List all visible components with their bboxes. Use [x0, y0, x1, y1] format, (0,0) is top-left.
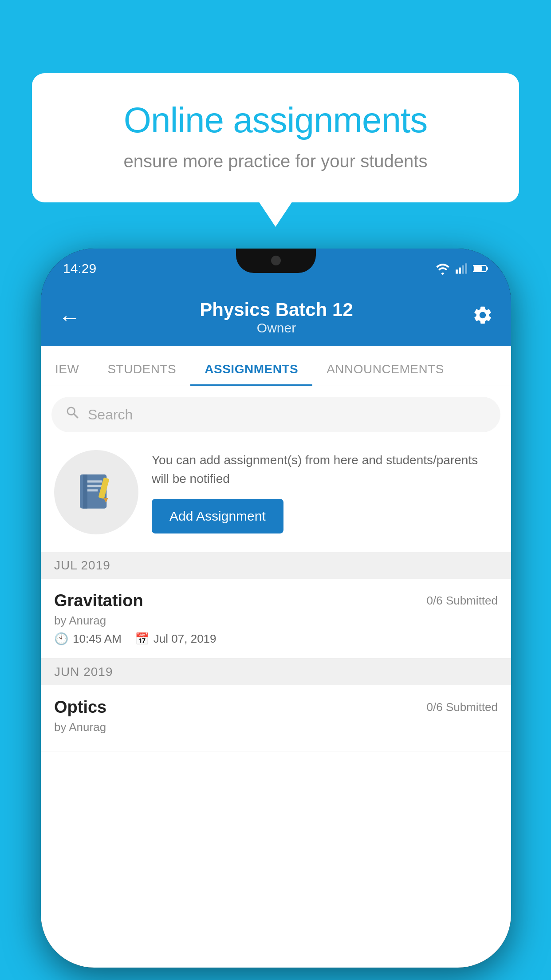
svg-rect-10 [87, 485, 102, 487]
assignment-gravitation[interactable]: Gravitation 0/6 Submitted by Anurag 🕙 10… [41, 579, 511, 659]
status-icons [436, 262, 489, 275]
clock-icon: 🕙 [54, 632, 68, 646]
promo-icon-circle [54, 450, 138, 534]
speech-bubble: Online assignments ensure more practice … [32, 73, 519, 202]
optics-title: Optics [54, 698, 106, 717]
svg-rect-3 [465, 263, 467, 273]
month-jun-2019: JUN 2019 [41, 659, 511, 685]
svg-rect-0 [456, 269, 458, 273]
svg-rect-6 [486, 267, 488, 270]
svg-rect-5 [474, 266, 482, 271]
battery-icon [473, 262, 489, 275]
search-bar[interactable]: Search [51, 397, 500, 432]
gravitation-meta: 🕙 10:45 AM 📅 Jul 07, 2019 [54, 632, 498, 646]
wifi-icon [436, 262, 450, 275]
search-svg [65, 405, 81, 421]
notch [236, 249, 316, 273]
search-icon [65, 405, 81, 424]
assignment-gravitation-header: Gravitation 0/6 Submitted [54, 591, 498, 610]
svg-rect-8 [83, 474, 87, 509]
speech-bubble-heading: Online assignments [63, 100, 488, 141]
assignment-optics-header: Optics 0/6 Submitted [54, 698, 498, 717]
svg-rect-1 [459, 268, 461, 274]
gravitation-date: 📅 Jul 07, 2019 [135, 632, 216, 646]
calendar-icon: 📅 [135, 632, 149, 646]
tab-announcements[interactable]: ANNOUNCEMENTS [312, 346, 458, 386]
gravitation-title: Gravitation [54, 591, 143, 610]
optics-submitted: 0/6 Submitted [427, 700, 498, 714]
gravitation-submitted: 0/6 Submitted [427, 594, 498, 608]
promo-description: You can add assignment(s) from here and … [152, 451, 498, 488]
batch-subtitle: Owner [81, 320, 472, 336]
header-title-area: Physics Batch 12 Owner [81, 299, 472, 336]
status-bar: 14:29 [41, 249, 511, 288]
camera-dot [271, 256, 281, 265]
status-time: 14:29 [63, 261, 96, 276]
assignment-optics[interactable]: Optics 0/6 Submitted by Anurag [41, 685, 511, 751]
optics-by: by Anurag [54, 720, 498, 734]
phone-frame: 14:29 ← Physi [41, 249, 511, 968]
tab-iew[interactable]: IEW [41, 346, 93, 386]
svg-rect-2 [462, 265, 464, 274]
gear-icon [472, 304, 493, 326]
settings-button[interactable] [472, 304, 493, 330]
promo-card: You can add assignment(s) from here and … [41, 432, 511, 552]
search-placeholder-text: Search [88, 407, 133, 423]
app-header: ← Physics Batch 12 Owner [41, 288, 511, 346]
phone-content: Search You can add assignment [41, 386, 511, 968]
svg-rect-11 [87, 489, 98, 491]
back-button[interactable]: ← [59, 304, 81, 330]
svg-rect-9 [87, 480, 102, 482]
speech-bubble-subtext: ensure more practice for your students [63, 151, 488, 171]
tabs-bar: IEW STUDENTS ASSIGNMENTS ANNOUNCEMENTS [41, 346, 511, 386]
batch-title: Physics Batch 12 [81, 299, 472, 320]
notebook-icon [74, 470, 118, 514]
tab-assignments[interactable]: ASSIGNMENTS [190, 346, 312, 386]
gravitation-time: 🕙 10:45 AM [54, 632, 122, 646]
promo-text-area: You can add assignment(s) from here and … [152, 451, 498, 533]
speech-bubble-container: Online assignments ensure more practice … [32, 73, 519, 202]
signal-icon [455, 262, 468, 275]
add-assignment-button[interactable]: Add Assignment [152, 499, 283, 533]
gravitation-by: by Anurag [54, 614, 498, 628]
month-jul-2019: JUL 2019 [41, 552, 511, 579]
tab-students[interactable]: STUDENTS [93, 346, 190, 386]
